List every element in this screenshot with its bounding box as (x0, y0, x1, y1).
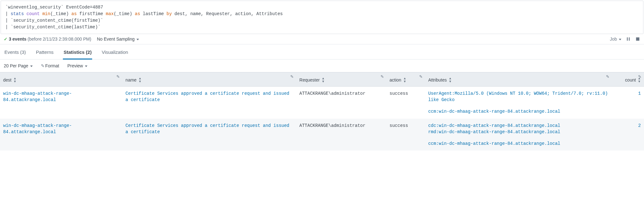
spl-query-editor[interactable]: `wineventlog_security` EventCode=4887| s… (1, 1, 643, 34)
results-table: dest▲▼✎name▲▼✎Requester▲▼✎action▲▼✎Attri… (0, 72, 644, 150)
table-row: win-dc-mhaag-attack-range-84.attackrange… (0, 119, 644, 151)
sort-icon[interactable]: ▲▼ (322, 77, 325, 83)
col-label: dest (3, 77, 11, 82)
edit-column-icon[interactable]: ✎ (116, 74, 120, 79)
pause-icon[interactable] (626, 37, 631, 42)
cell-attributes[interactable]: UserAgent:Mozilla/5.0 (Windows NT 10.0; … (425, 87, 612, 119)
sort-icon[interactable]: ▲▼ (449, 77, 452, 83)
statistics-toolbar: 20 Per Page ✎Format Preview (0, 60, 644, 72)
cell-count[interactable]: 2 (612, 119, 644, 151)
pencil-icon: ✎ (41, 63, 45, 68)
cell-dest[interactable]: win-dc-mhaag-attack-range-84.attackrange… (0, 119, 122, 151)
edit-column-icon[interactable]: ✎ (290, 74, 294, 79)
format-button[interactable]: ✎Format (41, 63, 59, 68)
col-label: Requester (299, 77, 320, 82)
svg-rect-0 (627, 37, 628, 41)
cell-requester[interactable]: ATTACKRANGE\administrator (296, 87, 386, 119)
search-status-bar: ✓ 3 events (before 2/11/23 2:39:08.000 P… (0, 34, 644, 44)
col-header-attributes[interactable]: Attributes▲▼✎ (425, 72, 612, 87)
cell-action[interactable]: success (386, 119, 425, 151)
cell-dest[interactable]: win-dc-mhaag-attack-range-84.attackrange… (0, 87, 122, 119)
sort-icon[interactable]: ▲▼ (13, 77, 16, 83)
col-header-dest[interactable]: dest▲▼✎ (0, 72, 122, 87)
tab-events[interactable]: Events (3) (4, 48, 26, 59)
edit-column-icon[interactable]: ✎ (606, 74, 609, 79)
svg-rect-1 (629, 37, 630, 41)
tab-visualization[interactable]: Visualization (101, 48, 129, 59)
cell-name[interactable]: Certificate Services approved a certific… (122, 119, 296, 151)
cell-action[interactable]: success (386, 87, 425, 119)
stop-icon[interactable] (635, 37, 640, 42)
col-label: name (125, 77, 136, 82)
table-row: win-dc-mhaag-attack-range-84.attackrange… (0, 87, 644, 119)
cell-requester[interactable]: ATTACKRANGE\administrator (296, 119, 386, 151)
edit-column-icon[interactable]: ✎ (638, 74, 641, 79)
sort-icon[interactable]: ▲▼ (138, 77, 142, 83)
col-label: count (625, 77, 636, 82)
edit-column-icon[interactable]: ✎ (419, 74, 423, 79)
event-count: ✓ 3 events (before 2/11/23 2:39:08.000 P… (4, 37, 91, 42)
cell-count[interactable]: 1 (612, 87, 644, 119)
tab-patterns[interactable]: Patterns (35, 48, 54, 59)
event-sampling-dropdown[interactable]: No Event Sampling (97, 37, 139, 42)
col-label: Attributes (428, 77, 447, 82)
job-dropdown[interactable]: Job (610, 37, 621, 42)
result-tabs: Events (3)PatternsStatistics (2)Visualiz… (0, 44, 644, 60)
col-header-name[interactable]: name▲▼✎ (122, 72, 296, 87)
check-icon: ✓ (4, 37, 8, 42)
preview-dropdown[interactable]: Preview (67, 63, 87, 68)
svg-rect-2 (636, 37, 640, 41)
col-header-count[interactable]: count▲▼✎ (612, 72, 644, 87)
cell-name[interactable]: Certificate Services approved a certific… (122, 87, 296, 119)
per-page-dropdown[interactable]: 20 Per Page (4, 63, 33, 68)
tab-statistics[interactable]: Statistics (2) (63, 48, 92, 60)
sort-icon[interactable]: ▲▼ (403, 77, 406, 83)
col-header-requester[interactable]: Requester▲▼✎ (296, 72, 386, 87)
col-label: action (390, 77, 401, 82)
edit-column-icon[interactable]: ✎ (380, 74, 384, 79)
col-header-action[interactable]: action▲▼✎ (386, 72, 425, 87)
cell-attributes[interactable]: cdc:win-dc-mhaag-attack-range-84.attackr… (425, 119, 612, 151)
